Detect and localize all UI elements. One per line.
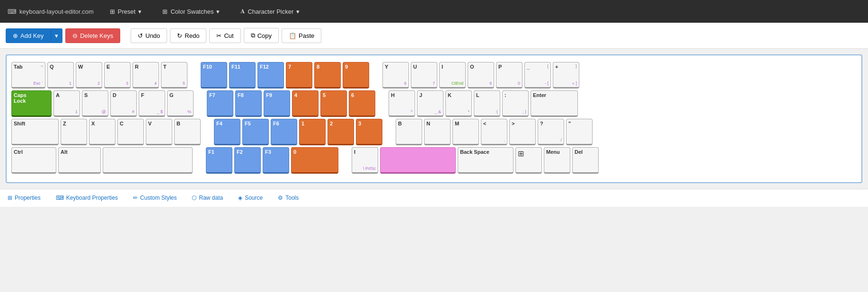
key-b[interactable]: B [174, 119, 201, 145]
key-z[interactable]: Z [61, 119, 87, 145]
key-pink[interactable] [380, 147, 456, 174]
tab-raw-data[interactable]: ⬡ Raw data [190, 191, 225, 206]
key-semicolon[interactable]: : ; ) [502, 90, 529, 117]
key-num4[interactable]: 4 [292, 90, 319, 117]
key-k[interactable]: K * [445, 90, 472, 117]
key-f[interactable]: F _ $ [139, 90, 165, 117]
undo-button[interactable]: ↺ Undo [131, 28, 167, 43]
key-f1[interactable]: F1 [206, 147, 232, 174]
key-num5[interactable]: 5 [320, 90, 347, 117]
minus-icon: ⊖ [72, 32, 78, 39]
plus-icon: ⊕ [13, 32, 18, 39]
undo-icon: ↺ [138, 32, 143, 39]
delete-keys-button[interactable]: ⊖ Delete Keys [65, 28, 120, 43]
key-e[interactable]: E 3 [104, 62, 131, 88]
preset-caret: ▾ [138, 8, 142, 15]
brand-label: keyboard-layout-editor.com [19, 8, 94, 15]
key-comma[interactable]: < , [481, 119, 507, 145]
key-x[interactable]: X [89, 119, 115, 145]
key-caps-lock[interactable]: CapsLock [11, 90, 52, 117]
key-f7[interactable]: F7 [207, 90, 233, 117]
key-w[interactable]: W 2 [76, 62, 102, 88]
key-f5[interactable]: F5 [242, 119, 269, 145]
key-num2[interactable]: 2 [328, 119, 354, 145]
key-c[interactable]: C [117, 119, 144, 145]
key-j[interactable]: J _ & [417, 90, 443, 117]
key-num3[interactable]: 3 [356, 119, 382, 145]
cut-button[interactable]: ✂ Cut [209, 28, 240, 43]
key-prtsc[interactable]: I \ PrtSc [352, 147, 378, 174]
key-alt[interactable]: Alt [58, 147, 101, 174]
key-quote[interactable]: " [566, 119, 593, 145]
key-f12[interactable]: F12 [257, 62, 284, 88]
add-key-caret[interactable]: ▾ [51, 28, 62, 43]
key-t[interactable]: T 5 [161, 62, 187, 88]
key-s[interactable]: S @ [82, 90, 108, 117]
key-f9[interactable]: F9 [264, 90, 290, 117]
key-b2[interactable]: B [396, 119, 422, 145]
key-p[interactable]: P 0 [496, 62, 523, 88]
key-r[interactable]: R 4 [133, 62, 159, 88]
key-num6[interactable]: 6 [349, 90, 375, 117]
copy-label: Copy [257, 32, 272, 39]
key-space[interactable] [103, 147, 193, 174]
tab-tools[interactable]: ⚙ Tools [276, 191, 301, 206]
color-swatches-menu[interactable]: ⊞ Color Swatches ▾ [158, 5, 224, 18]
key-num1[interactable]: 1 [299, 119, 326, 145]
kb-properties-icon: ⌨ [56, 195, 64, 201]
paste-button[interactable]: 📋 Paste [282, 28, 321, 43]
key-menu[interactable]: Menu [544, 147, 570, 174]
key-tab-esc[interactable]: Tab ~ Esc ` [11, 62, 45, 88]
tab-properties[interactable]: ⊞ Properties [6, 191, 43, 206]
key-f8[interactable]: F8 [235, 90, 262, 117]
cut-label: Cut [224, 32, 233, 39]
key-a[interactable]: A 1 [53, 90, 80, 117]
copy-button[interactable]: ⧉ Copy [244, 28, 279, 43]
preset-menu[interactable]: ⊞ Preset ▾ [105, 5, 147, 18]
key-v[interactable]: V [146, 119, 172, 145]
key-h[interactable]: H ^ [389, 90, 415, 117]
key-l[interactable]: L ( [474, 90, 500, 117]
topbar: ⌨ keyboard-layout-editor.com ⊞ Preset ▾ … [0, 0, 868, 23]
key-f10[interactable]: F10 [201, 62, 227, 88]
key-q[interactable]: Q 1 [47, 62, 74, 88]
key-slash[interactable]: ? / [538, 119, 564, 145]
key-f11[interactable]: F11 [229, 62, 256, 88]
character-picker-menu[interactable]: 𝐀 Character Picker ▾ [236, 5, 304, 18]
key-ctrl[interactable]: Ctrl [11, 147, 56, 174]
tab-custom-styles[interactable]: ✏ Custom Styles [131, 191, 178, 206]
color-swatches-label: Color Swatches [170, 8, 213, 15]
key-f4[interactable]: F4 [214, 119, 240, 145]
key-num8[interactable]: 8 [314, 62, 341, 88]
key-n[interactable]: N [424, 119, 451, 145]
tab-keyboard-properties[interactable]: ⌨ Keyboard Properties [54, 191, 120, 206]
key-num9[interactable]: 9 [343, 62, 369, 88]
custom-styles-icon: ✏ [133, 195, 138, 201]
paste-icon: 📋 [289, 32, 296, 39]
key-del[interactable]: Del [572, 147, 599, 174]
preset-label: Preset [118, 8, 136, 15]
key-y[interactable]: Y 6 [382, 62, 409, 88]
key-u[interactable]: U 7 [411, 62, 437, 88]
key-plus[interactable]: + } = ] [553, 62, 579, 88]
key-num0[interactable]: 0 [291, 147, 338, 174]
tab-source[interactable]: ◈ Source [236, 191, 265, 206]
preset-icon: ⊞ [110, 8, 115, 15]
key-underscore[interactable]: _ { - [ [524, 62, 551, 88]
key-f6[interactable]: F6 [271, 119, 297, 145]
key-period[interactable]: > . [509, 119, 536, 145]
key-m[interactable]: M [452, 119, 479, 145]
key-o[interactable]: O 9 [468, 62, 494, 88]
key-enter[interactable]: Enter [531, 90, 578, 117]
key-f2[interactable]: F2 [234, 147, 261, 174]
add-key-button[interactable]: ⊕ Add Key [6, 28, 51, 43]
key-i[interactable]: I CtEnd [439, 62, 466, 88]
key-backspace[interactable]: Back Space [458, 147, 514, 174]
key-win[interactable]: ⊞ [515, 147, 542, 174]
key-f3[interactable]: F3 [263, 147, 289, 174]
key-d[interactable]: D # [110, 90, 137, 117]
redo-button[interactable]: ↻ Redo [170, 28, 206, 43]
key-g[interactable]: G % [167, 90, 194, 117]
key-num7[interactable]: 7 [286, 62, 312, 88]
key-shift[interactable]: Shift [11, 119, 59, 145]
